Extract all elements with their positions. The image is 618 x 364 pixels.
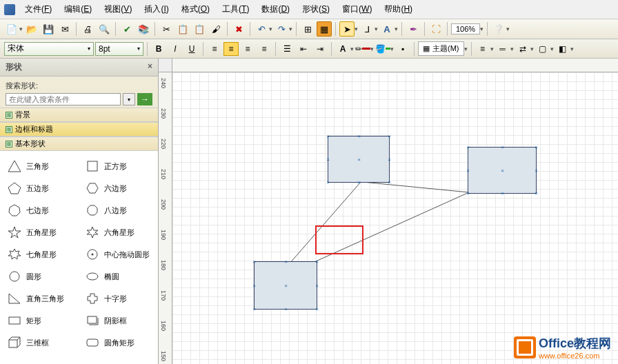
shadow-button[interactable]: ▪ <box>395 42 410 56</box>
category-basic-shapes[interactable]: ▦基本形状 <box>0 136 158 151</box>
research-icon[interactable]: 📚 <box>136 21 151 37</box>
save-icon[interactable]: 💾 <box>41 21 56 37</box>
shape-rect-3[interactable]: ××× ××× ××× <box>254 261 317 310</box>
bold-button[interactable]: B <box>151 42 166 56</box>
line-weight-button[interactable]: ≡ <box>475 42 490 56</box>
pointer-icon[interactable]: ➤ <box>339 21 355 37</box>
panel-header: 形状 × <box>0 59 158 77</box>
shape-right-triangle[interactable]: 直角三角形 <box>1 287 79 310</box>
line-ends-button[interactable]: ⇄ <box>515 42 530 56</box>
menu-window[interactable]: 窗口(W) <box>337 2 377 17</box>
shape-shadow-box[interactable]: 阴影框 <box>79 310 157 332</box>
ruler-vertical[interactable]: 240 230 220 210 200 190 180 170 160 150 <box>159 72 172 364</box>
font-combo[interactable]: 宋体▾ <box>4 42 94 56</box>
align-justify-button[interactable]: ≡ <box>257 42 272 56</box>
align-right-button[interactable]: ≡ <box>240 42 255 56</box>
svg-rect-1 <box>88 161 97 171</box>
line-color-button[interactable]: ✏ <box>355 42 370 56</box>
line-style-button[interactable]: ═ <box>495 42 510 56</box>
shape-circle[interactable]: 圆形 <box>1 265 79 287</box>
shape-cross[interactable]: 十字形 <box>79 287 157 310</box>
shape-hexagon[interactable]: 六边形 <box>79 177 157 199</box>
indent-increase-button[interactable]: ⇥ <box>312 42 328 56</box>
delete-icon[interactable]: ✖ <box>231 21 246 37</box>
search-dropdown-icon[interactable]: ▾ <box>123 93 135 105</box>
cut-icon[interactable]: ✂ <box>159 21 174 37</box>
svg-marker-3 <box>87 183 98 193</box>
new-icon[interactable]: 📄 <box>4 21 19 37</box>
copy-icon[interactable]: 📋 <box>175 21 190 37</box>
format-painter-icon[interactable]: 🖌 <box>208 21 223 37</box>
corner-style-button[interactable]: ▢ <box>535 42 550 56</box>
font-color-button[interactable]: A <box>335 42 350 56</box>
shape-star5[interactable]: 五角星形 <box>1 221 79 243</box>
close-icon[interactable]: × <box>148 61 152 73</box>
spell-icon[interactable]: ✔ <box>119 21 134 37</box>
help-icon[interactable]: ❔ <box>491 21 506 37</box>
shape-rect-2[interactable]: ××× ××× ××× <box>468 147 537 194</box>
shapes-window-icon[interactable]: ⊞ <box>300 21 315 37</box>
print-preview-icon[interactable]: 🔍 <box>97 21 112 37</box>
canvas-area: 240 230 220 210 200 190 180 170 160 150 <box>159 59 618 364</box>
shape-heptagon[interactable]: 七边形 <box>1 199 79 221</box>
shape-octagon[interactable]: 八边形 <box>79 199 157 221</box>
drawing-icon[interactable]: ▦ <box>317 21 332 37</box>
svg-rect-16 <box>88 316 97 323</box>
menu-edit[interactable]: 编辑(E) <box>59 2 97 17</box>
align-center-button[interactable]: ≡ <box>223 42 239 56</box>
bullets-button[interactable]: ☰ <box>279 42 295 56</box>
print-icon[interactable]: 🖨 <box>80 21 95 37</box>
zoom-combo[interactable]: 106% <box>451 23 480 34</box>
menu-file[interactable]: 文件(F) <box>19 2 57 17</box>
connector-icon[interactable]: ⅃ <box>359 21 375 37</box>
text-icon[interactable]: A <box>379 21 395 37</box>
indent-decrease-button[interactable]: ⇤ <box>296 42 311 56</box>
open-icon[interactable]: 📂 <box>24 21 39 37</box>
menu-tools[interactable]: 工具(T) <box>217 2 255 17</box>
menu-help[interactable]: 帮助(H) <box>379 2 418 17</box>
shapes-panel: 形状 × 搜索形状: ▾ → ▦背景 ▦边框和标题 ▦基本形状 三角形 正方形 <box>0 59 159 364</box>
app-icon <box>4 4 15 15</box>
shape-3d-box[interactable]: 三维框 <box>1 332 79 354</box>
menu-shapes[interactable]: 形状(S) <box>297 2 335 17</box>
underline-button[interactable]: U <box>184 42 199 56</box>
ruler-horizontal[interactable] <box>172 59 618 72</box>
size-combo[interactable]: 8pt▾ <box>95 42 143 56</box>
shape-ellipse[interactable]: 椭圆 <box>79 265 157 287</box>
menu-view[interactable]: 视图(V) <box>99 2 137 17</box>
redo-icon[interactable]: ↷ <box>274 21 289 37</box>
category-borders-titles[interactable]: ▦边框和标题 <box>0 122 158 136</box>
align-left-button[interactable]: ≡ <box>207 42 222 56</box>
shape-rectangle[interactable]: 矩形 <box>1 310 79 332</box>
svg-rect-15 <box>9 317 20 324</box>
shape-rounded-rect[interactable]: 圆角矩形 <box>79 332 157 354</box>
search-input[interactable] <box>6 93 121 105</box>
highlight-box <box>315 225 363 254</box>
watermark: Office教程网 www.office26.com <box>514 335 611 360</box>
menu-data[interactable]: 数据(D) <box>256 2 295 17</box>
shape-star7[interactable]: 七角星形 <box>1 243 79 265</box>
shape-rect-1[interactable]: ××× ××× ××× <box>328 136 390 183</box>
menu-format[interactable]: 格式(O) <box>176 2 215 17</box>
shape-pentagon[interactable]: 五边形 <box>1 177 79 199</box>
svg-point-10 <box>91 254 93 256</box>
transparency-button[interactable]: ◧ <box>555 42 570 56</box>
svg-marker-8 <box>8 249 21 259</box>
ink-icon[interactable]: ✒ <box>406 21 421 37</box>
italic-button[interactable]: I <box>168 42 183 56</box>
theme-button[interactable]: ▦ 主题(M) <box>418 41 464 56</box>
fill-color-button[interactable]: 🪣 <box>375 42 390 56</box>
shape-center-drag-circle[interactable]: 中心拖动圆形 <box>79 243 157 265</box>
shape-square[interactable]: 正方形 <box>79 155 157 177</box>
search-go-button[interactable]: → <box>137 93 152 105</box>
fullscreen-icon[interactable]: ⛶ <box>428 21 443 37</box>
paste-icon[interactable]: 📋 <box>192 21 207 37</box>
mail-icon[interactable]: ✉ <box>57 21 72 37</box>
menu-insert[interactable]: 插入(I) <box>139 2 174 17</box>
category-background[interactable]: ▦背景 <box>0 108 158 122</box>
undo-icon[interactable]: ↶ <box>254 21 269 37</box>
shape-triangle[interactable]: 三角形 <box>1 155 79 177</box>
shape-star6[interactable]: 六角星形 <box>79 221 157 243</box>
drawing-canvas[interactable]: ××× ××× ××× ××× ××× ××× ××× ××× ××× <box>172 72 618 364</box>
svg-marker-5 <box>88 205 97 215</box>
